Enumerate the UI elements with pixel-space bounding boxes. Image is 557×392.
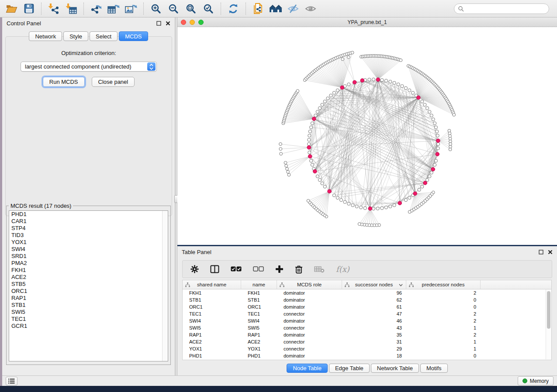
network-node[interactable]: [372, 78, 375, 81]
cell[interactable]: 96: [342, 289, 406, 296]
network-node[interactable]: [436, 134, 439, 137]
dominator-node[interactable]: [328, 189, 332, 193]
mcds-result-item[interactable]: SWI5: [9, 309, 168, 316]
cell[interactable]: connector: [277, 345, 342, 352]
mcds-result-item[interactable]: RAP1: [9, 295, 168, 302]
cell[interactable]: 1: [406, 338, 481, 345]
clone-network-button[interactable]: [249, 1, 267, 16]
cell[interactable]: connector: [277, 324, 342, 331]
export-network-button[interactable]: [87, 1, 105, 16]
network-node[interactable]: [280, 152, 283, 155]
mcds-result-item[interactable]: STP4: [9, 225, 168, 232]
mcds-result-item[interactable]: SRD1: [9, 253, 168, 260]
cell[interactable]: 1: [406, 345, 481, 352]
network-node[interactable]: [355, 205, 358, 208]
cell[interactable]: 2: [406, 289, 481, 296]
network-node[interactable]: [384, 206, 387, 209]
zoom-out-button[interactable]: [165, 1, 182, 16]
cell[interactable]: 0: [406, 303, 481, 310]
task-history-button[interactable]: [6, 377, 17, 385]
dominator-node[interactable]: [436, 152, 439, 156]
cell[interactable]: ACE2: [241, 338, 277, 345]
cell[interactable]: dominator: [277, 303, 342, 310]
network-node[interactable]: [311, 163, 314, 166]
network-node[interactable]: [399, 58, 402, 62]
network-node[interactable]: [347, 202, 350, 205]
dominator-node[interactable]: [313, 169, 317, 173]
cell[interactable]: dominator: [277, 352, 342, 359]
network-node[interactable]: [368, 78, 371, 81]
mcds-result-item[interactable]: PMA2: [9, 260, 168, 267]
table-row[interactable]: ACE2ACE2connector311: [183, 338, 551, 345]
network-node[interactable]: [401, 85, 404, 88]
network-node[interactable]: [393, 204, 396, 207]
cell[interactable]: SWI5: [183, 324, 241, 331]
network-node[interactable]: [408, 196, 411, 199]
float-panel-icon[interactable]: [156, 21, 161, 26]
search-box[interactable]: [454, 3, 549, 14]
table-row[interactable]: RAP1RAP1dominator352: [183, 331, 551, 338]
network-node[interactable]: [332, 194, 336, 197]
cell[interactable]: PHD1: [241, 352, 277, 359]
network-node[interactable]: [321, 103, 324, 106]
network-node[interactable]: [404, 86, 407, 89]
network-node[interactable]: [311, 122, 314, 125]
network-node[interactable]: [426, 179, 429, 182]
mcds-result-item[interactable]: TID3: [9, 232, 168, 239]
float-panel-icon[interactable]: [539, 250, 543, 254]
dominator-node[interactable]: [417, 96, 421, 100]
zoom-selected-button[interactable]: [200, 1, 217, 16]
cell[interactable]: 61: [342, 303, 406, 310]
network-node[interactable]: [411, 91, 414, 94]
run-mcds-button[interactable]: Run MCDS: [43, 77, 85, 87]
network-node[interactable]: [323, 185, 326, 188]
cell[interactable]: YOX1: [241, 345, 277, 352]
scrollbar-thumb[interactable]: [547, 291, 550, 329]
network-node[interactable]: [339, 199, 343, 202]
network-node[interactable]: [358, 223, 361, 226]
network-node[interactable]: [363, 206, 367, 210]
network-node[interactable]: [453, 113, 456, 117]
delete-column-trash-icon[interactable]: [295, 265, 303, 274]
cell[interactable]: 1: [406, 324, 481, 331]
network-node[interactable]: [372, 207, 375, 210]
network-node[interactable]: [284, 161, 287, 164]
function-builder-button[interactable]: f(x): [336, 265, 349, 274]
network-node[interactable]: [423, 103, 426, 106]
table-row[interactable]: TEC1TEC1connector472: [183, 310, 551, 317]
column-header-successor-nodes[interactable]: successor nodes: [342, 280, 406, 289]
network-node[interactable]: [436, 142, 439, 145]
network-node[interactable]: [397, 83, 400, 86]
cell[interactable]: RAP1: [183, 331, 241, 338]
mcds-result-item[interactable]: GCR1: [9, 323, 168, 330]
tab-edge-table[interactable]: Edge Table: [329, 364, 370, 373]
network-node[interactable]: [408, 89, 411, 92]
dominator-node[interactable]: [413, 192, 417, 196]
save-session-button[interactable]: [20, 1, 38, 16]
mcds-result-item[interactable]: PHD1: [9, 211, 168, 218]
zoom-in-button[interactable]: [147, 1, 165, 16]
network-node[interactable]: [309, 126, 312, 129]
cell[interactable]: ORC1: [183, 303, 241, 310]
dominator-node[interactable]: [360, 79, 364, 83]
network-node[interactable]: [381, 79, 384, 82]
cell[interactable]: connector: [277, 338, 342, 345]
cell[interactable]: dominator: [277, 296, 342, 303]
network-node[interactable]: [308, 138, 311, 141]
cell[interactable]: 2: [406, 331, 481, 338]
cell[interactable]: 2: [406, 317, 481, 324]
network-node[interactable]: [436, 147, 439, 150]
open-session-button[interactable]: [3, 1, 20, 16]
dominator-node[interactable]: [353, 80, 356, 84]
tab-select[interactable]: Select: [90, 31, 118, 41]
mcds-result-item[interactable]: FKH1: [9, 267, 168, 274]
cell[interactable]: ORC1: [241, 303, 277, 310]
deselect-checkboxes-icon[interactable]: [253, 266, 264, 272]
table-row[interactable]: SWI4SWI4dominator462: [183, 317, 551, 324]
network-node[interactable]: [316, 110, 319, 113]
network-node[interactable]: [404, 199, 407, 202]
network-node[interactable]: [421, 100, 424, 103]
network-node[interactable]: [434, 159, 437, 162]
hide-selected-button[interactable]: [284, 1, 302, 16]
close-panel-icon[interactable]: [548, 250, 553, 254]
